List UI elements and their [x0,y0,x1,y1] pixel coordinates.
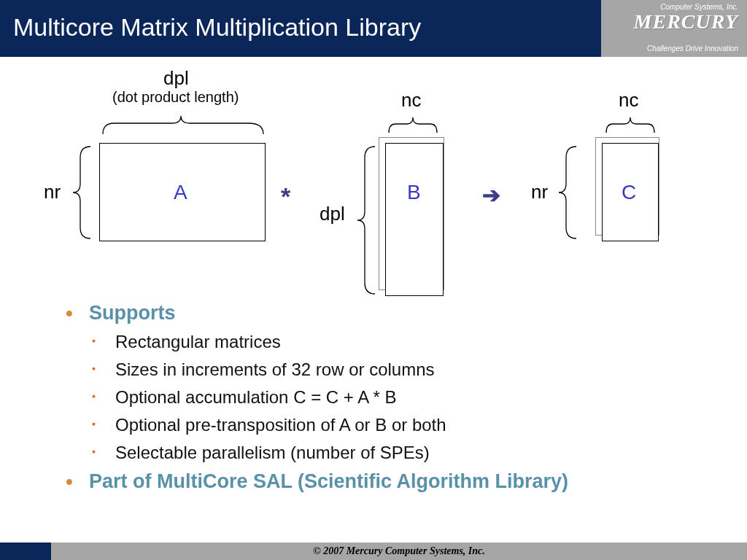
matrix-diagram: dpl (dot product length) nc nc nr A * dp… [0,57,747,298]
matrix-a-label: A [174,181,187,204]
brace-top-c [603,114,658,137]
brace-top-a [99,112,267,139]
times-symbol: * [281,182,290,211]
bullet-item: Selectable parallelism (number of SPEs) [89,443,689,463]
logo-text: MERCURY [601,10,738,34]
logo-tagline: Challenges Drive Innovation [647,44,738,52]
bullet-partof: Part of MultiCore SAL (Scientific Algori… [66,470,689,493]
bullet-content: Supports Rectangular matrices Sizes in i… [0,302,747,493]
matrix-c-label: C [622,181,636,204]
bullet-item: Sizes in increments of 32 row or columns [89,359,689,380]
footer-copyright: © 2007 Mercury Computer Systems, Inc. [51,542,747,560]
slide-title: Multicore Matrix Multiplication Library [0,0,601,57]
brace-left-c [554,143,581,242]
supports-label: Supports [89,302,176,324]
matrix-b-box [385,143,444,296]
dpl-label: dpl [163,67,189,90]
nr-label-a: nr [44,181,61,203]
nc-label-c: nc [619,89,638,112]
nr-label-c: nr [531,181,548,203]
bullet-item: Rectangular matrices [89,332,689,352]
logo-subtitle-top: Computer Systems, Inc. [660,3,738,11]
company-logo: Computer Systems, Inc. MERCURY Challenge… [601,0,747,57]
bullet-supports: Supports Rectangular matrices Sizes in i… [66,302,689,463]
brace-top-b [385,114,441,137]
arrow-symbol: ➔ [482,182,500,208]
bullet-item: Optional accumulation C = C + A * B [89,387,689,408]
slide-header: Multicore Matrix Multiplication Library … [0,0,747,57]
dpl-left-label: dpl [320,203,345,225]
slide-footer: © 2007 Mercury Computer Systems, Inc. [0,542,747,560]
dpl-sub-label: (dot product length) [112,89,239,106]
nc-label-b: nc [401,89,421,112]
bullet-item: Optional pre-transposition of A or B or … [89,415,689,435]
brace-left-b [353,143,379,298]
matrix-b-label: B [407,181,421,204]
footer-accent [0,542,51,560]
brace-left-a [69,143,95,242]
